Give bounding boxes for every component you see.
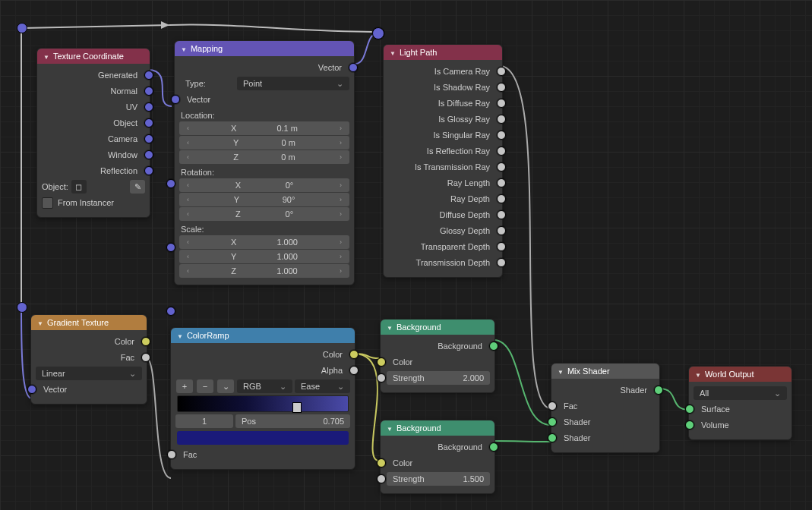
node-header[interactable]: World Output [689, 367, 791, 382]
scale-z[interactable]: ‹Z1.000› [179, 264, 349, 278]
node-color-ramp[interactable]: ColorRamp Color Alpha + − ⌄ RGB Ease 1 P… [170, 327, 355, 470]
socket-location[interactable] [166, 179, 175, 188]
socket-alpha-out[interactable] [349, 366, 359, 375]
socket-fac-in[interactable] [548, 401, 557, 411]
type-label: Type: [179, 79, 237, 88]
scale-y[interactable]: ‹Y1.000› [179, 250, 349, 263]
socket-shader-out[interactable] [654, 386, 663, 395]
from-instancer-row[interactable]: From Instancer [42, 195, 145, 210]
rotation-label: Rotation: [179, 165, 349, 178]
socket-strength-in[interactable] [377, 373, 386, 382]
socket-diffuse-ray[interactable] [497, 99, 506, 108]
node-light-path[interactable]: Light Path Is Camera Ray Is Shadow Ray I… [383, 44, 503, 278]
out-uv: UV [120, 102, 144, 112]
socket-diffuse-depth[interactable] [497, 210, 506, 219]
rotation-x[interactable]: ‹X0°› [179, 178, 349, 192]
ramp-menu-button[interactable]: ⌄ [217, 379, 234, 393]
checkbox-from-instancer[interactable] [42, 197, 53, 209]
socket-shader-2[interactable] [548, 433, 557, 442]
socket-strength-in[interactable] [377, 474, 386, 483]
ramp-position[interactable]: Pos0.705 [235, 414, 350, 428]
socket-vector-out[interactable] [349, 63, 358, 72]
socket-scale[interactable] [166, 307, 175, 316]
color-ramp-gradient[interactable] [177, 395, 349, 412]
type-dropdown[interactable]: Point [237, 77, 349, 90]
strength-field[interactable]: Strength2.000 [387, 371, 490, 385]
socket-volume[interactable] [685, 420, 694, 430]
node-header[interactable]: Background [381, 420, 494, 436]
ramp-color-swatch[interactable] [177, 431, 349, 445]
ramp-add-button[interactable]: + [176, 379, 193, 393]
socket-glossy-ray[interactable] [497, 115, 506, 124]
node-mix-shader[interactable]: Mix Shader Shader Fac Shader Shader [551, 363, 660, 453]
gradient-type-dropdown[interactable]: Linear [36, 367, 142, 380]
socket-fac-out[interactable] [141, 353, 150, 362]
socket-rotation[interactable] [166, 243, 175, 252]
socket-object[interactable] [144, 118, 153, 128]
reroute-top-left[interactable] [17, 23, 27, 33]
socket-glossy-depth[interactable] [497, 226, 506, 235]
node-mapping[interactable]: Mapping Vector Type:Point Vector Locatio… [174, 40, 355, 285]
node-header[interactable]: Mapping [175, 41, 354, 56]
scale-x[interactable]: ‹X1.000› [179, 235, 349, 249]
socket-bg-out[interactable] [489, 342, 498, 351]
location-y[interactable]: ‹Y0 m› [179, 136, 349, 150]
node-background-2[interactable]: Background Background Color Strength1.50… [380, 420, 495, 494]
node-header[interactable]: ColorRamp [171, 328, 355, 343]
socket-vector-in[interactable] [27, 385, 36, 394]
socket-color-in[interactable] [377, 357, 386, 367]
ramp-index[interactable]: 1 [175, 414, 233, 428]
node-background-1[interactable]: Background Background Color Strength2.00… [380, 319, 495, 393]
socket-ray-length[interactable] [497, 178, 506, 187]
socket-bg-out[interactable] [489, 442, 498, 452]
out-object: Object [107, 118, 144, 128]
socket-singular-ray[interactable] [497, 131, 506, 140]
socket-vector-in[interactable] [171, 95, 180, 104]
socket-fac-in[interactable] [167, 450, 176, 459]
socket-shader-1[interactable] [548, 417, 557, 427]
node-world-output[interactable]: World Output All Surface Volume [688, 366, 792, 440]
socket-shadow-ray[interactable] [497, 83, 506, 92]
socket-transmission-depth[interactable] [497, 258, 506, 267]
socket-transmission-ray[interactable] [497, 162, 506, 172]
rotation-z[interactable]: ‹Z0°› [179, 207, 349, 221]
socket-uv[interactable] [144, 102, 153, 112]
out-window: Window [102, 150, 144, 159]
node-header[interactable]: Light Path [384, 45, 502, 60]
ramp-stop[interactable] [292, 402, 302, 413]
socket-camera-ray[interactable] [497, 67, 506, 76]
node-texture-coordinate[interactable]: Texture Coordinate Generated Normal UV O… [36, 48, 150, 218]
socket-ray-depth[interactable] [497, 194, 506, 203]
socket-color-out[interactable] [349, 350, 359, 359]
location-x[interactable]: ‹X0.1 m› [179, 121, 349, 135]
target-dropdown[interactable]: All [694, 386, 787, 400]
node-header[interactable]: Mix Shader [551, 364, 659, 379]
node-gradient-texture[interactable]: Gradient Texture Color Fac Linear Vector [30, 314, 147, 405]
socket-surface[interactable] [685, 405, 694, 414]
socket-color-out[interactable] [141, 337, 150, 346]
object-picker-box[interactable]: ◻ [71, 180, 87, 194]
socket-transparent-depth[interactable] [497, 242, 506, 251]
socket-camera[interactable] [144, 134, 153, 143]
node-header[interactable]: Gradient Texture [31, 315, 147, 330]
reroute-left-mid[interactable] [17, 302, 27, 313]
node-header[interactable]: Texture Coordinate [37, 49, 150, 64]
svg-marker-0 [161, 21, 169, 29]
location-z[interactable]: ‹Z0 m› [179, 150, 349, 164]
strength-field[interactable]: Strength1.500 [387, 472, 490, 486]
eyedropper-icon[interactable]: ✎ [130, 180, 145, 194]
rotation-y[interactable]: ‹Y90°› [179, 193, 349, 206]
socket-window[interactable] [144, 150, 153, 159]
out-normal: Normal [105, 87, 144, 96]
reroute-top-right[interactable] [372, 27, 384, 39]
socket-generated[interactable] [144, 71, 153, 80]
node-header[interactable]: Background [381, 320, 494, 335]
colorspace-dropdown[interactable]: RGB [237, 379, 292, 393]
ramp-remove-button[interactable]: − [197, 379, 213, 393]
socket-normal[interactable] [144, 87, 153, 96]
socket-color-in[interactable] [377, 458, 386, 468]
socket-reflection-ray[interactable] [497, 146, 506, 156]
interp-dropdown[interactable]: Ease [295, 379, 350, 393]
socket-reflection[interactable] [144, 166, 153, 175]
out-reflection: Reflection [94, 166, 144, 175]
